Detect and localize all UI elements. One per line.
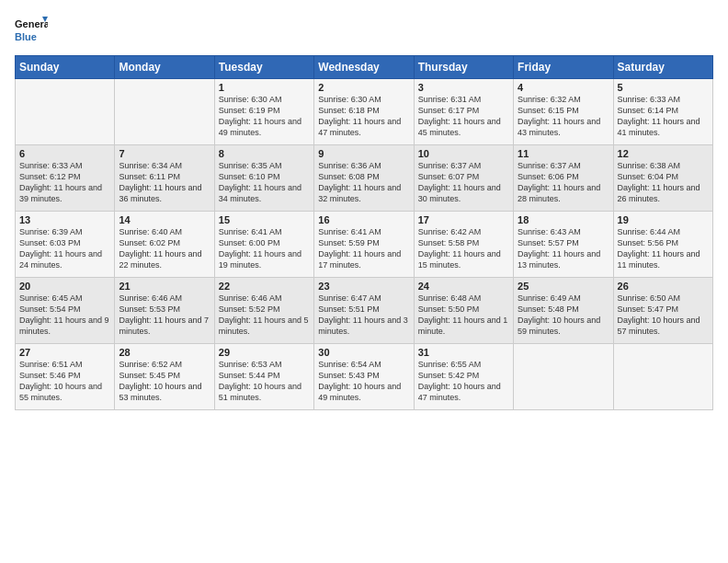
day-info: Sunrise: 6:49 AM Sunset: 5:48 PM Dayligh…	[518, 293, 609, 338]
day-number: 30	[318, 347, 409, 358]
calendar-cell: 20Sunrise: 6:45 AM Sunset: 5:54 PM Dayli…	[16, 278, 115, 344]
calendar-cell: 25Sunrise: 6:49 AM Sunset: 5:48 PM Dayli…	[514, 278, 613, 344]
calendar-cell: 31Sunrise: 6:55 AM Sunset: 5:42 PM Dayli…	[414, 344, 513, 410]
day-number: 25	[518, 281, 609, 292]
calendar-cell: 24Sunrise: 6:48 AM Sunset: 5:50 PM Dayli…	[414, 278, 513, 344]
day-info: Sunrise: 6:55 AM Sunset: 5:42 PM Dayligh…	[418, 359, 509, 404]
calendar-table: SundayMondayTuesdayWednesdayThursdayFrid…	[15, 55, 713, 410]
day-info: Sunrise: 6:37 AM Sunset: 6:06 PM Dayligh…	[518, 160, 609, 205]
day-number: 21	[119, 281, 210, 292]
calendar-cell	[16, 79, 115, 145]
day-info: Sunrise: 6:35 AM Sunset: 6:10 PM Dayligh…	[219, 160, 310, 205]
page-container: General Blue SundayMondayTuesdayWednesda…	[0, 0, 728, 419]
calendar-cell: 14Sunrise: 6:40 AM Sunset: 6:02 PM Dayli…	[115, 212, 214, 278]
calendar-cell: 13Sunrise: 6:39 AM Sunset: 6:03 PM Dayli…	[16, 212, 115, 278]
header-day-saturday: Saturday	[613, 56, 712, 79]
calendar-cell: 23Sunrise: 6:47 AM Sunset: 5:51 PM Dayli…	[314, 278, 414, 344]
day-info: Sunrise: 6:46 AM Sunset: 5:52 PM Dayligh…	[219, 293, 310, 338]
day-number: 27	[19, 347, 110, 358]
header-day-wednesday: Wednesday	[314, 56, 414, 79]
svg-text:Blue: Blue	[15, 31, 37, 42]
day-info: Sunrise: 6:31 AM Sunset: 6:17 PM Dayligh…	[418, 94, 509, 139]
day-info: Sunrise: 6:52 AM Sunset: 5:45 PM Dayligh…	[119, 359, 210, 404]
calendar-cell: 18Sunrise: 6:43 AM Sunset: 5:57 PM Dayli…	[514, 212, 613, 278]
day-info: Sunrise: 6:30 AM Sunset: 6:18 PM Dayligh…	[318, 94, 409, 139]
day-number: 17	[418, 214, 509, 225]
week-row-2: 6Sunrise: 6:33 AM Sunset: 6:12 PM Daylig…	[16, 145, 713, 212]
day-info: Sunrise: 6:39 AM Sunset: 6:03 PM Dayligh…	[19, 226, 110, 271]
day-info: Sunrise: 6:41 AM Sunset: 6:00 PM Dayligh…	[219, 226, 310, 271]
day-info: Sunrise: 6:46 AM Sunset: 5:53 PM Dayligh…	[119, 293, 210, 338]
calendar-cell: 9Sunrise: 6:36 AM Sunset: 6:08 PM Daylig…	[314, 145, 414, 212]
day-info: Sunrise: 6:37 AM Sunset: 6:07 PM Dayligh…	[418, 160, 509, 205]
header-day-friday: Friday	[514, 56, 613, 79]
day-info: Sunrise: 6:33 AM Sunset: 6:12 PM Dayligh…	[19, 160, 110, 205]
day-info: Sunrise: 6:53 AM Sunset: 5:44 PM Dayligh…	[219, 359, 310, 404]
calendar-cell: 5Sunrise: 6:33 AM Sunset: 6:14 PM Daylig…	[613, 79, 712, 145]
day-number: 5	[618, 82, 709, 93]
calendar-cell: 29Sunrise: 6:53 AM Sunset: 5:44 PM Dayli…	[214, 344, 313, 410]
day-number: 3	[418, 82, 509, 93]
calendar-cell: 10Sunrise: 6:37 AM Sunset: 6:07 PM Dayli…	[414, 145, 513, 212]
calendar-cell: 28Sunrise: 6:52 AM Sunset: 5:45 PM Dayli…	[115, 344, 214, 410]
day-number: 29	[219, 347, 310, 358]
day-info: Sunrise: 6:48 AM Sunset: 5:50 PM Dayligh…	[418, 293, 509, 338]
day-number: 18	[518, 214, 609, 225]
day-info: Sunrise: 6:32 AM Sunset: 6:15 PM Dayligh…	[518, 94, 609, 139]
calendar-cell: 7Sunrise: 6:34 AM Sunset: 6:11 PM Daylig…	[115, 145, 214, 212]
day-info: Sunrise: 6:54 AM Sunset: 5:43 PM Dayligh…	[318, 359, 409, 404]
calendar-cell: 12Sunrise: 6:38 AM Sunset: 6:04 PM Dayli…	[613, 145, 712, 212]
day-info: Sunrise: 6:38 AM Sunset: 6:04 PM Dayligh…	[618, 160, 709, 205]
day-info: Sunrise: 6:40 AM Sunset: 6:02 PM Dayligh…	[119, 226, 210, 271]
week-row-1: 1Sunrise: 6:30 AM Sunset: 6:19 PM Daylig…	[16, 79, 713, 145]
calendar-cell: 6Sunrise: 6:33 AM Sunset: 6:12 PM Daylig…	[16, 145, 115, 212]
week-row-4: 20Sunrise: 6:45 AM Sunset: 5:54 PM Dayli…	[16, 278, 713, 344]
day-number: 2	[318, 82, 409, 93]
calendar-cell: 26Sunrise: 6:50 AM Sunset: 5:47 PM Dayli…	[613, 278, 712, 344]
day-number: 1	[219, 82, 310, 93]
day-number: 15	[219, 214, 310, 225]
day-info: Sunrise: 6:33 AM Sunset: 6:14 PM Dayligh…	[618, 94, 709, 139]
day-number: 8	[219, 148, 310, 159]
logo-svg: General Blue	[15, 15, 48, 48]
day-number: 20	[19, 281, 110, 292]
day-info: Sunrise: 6:50 AM Sunset: 5:47 PM Dayligh…	[618, 293, 709, 338]
day-number: 19	[618, 214, 709, 225]
day-number: 14	[119, 214, 210, 225]
day-number: 6	[19, 148, 110, 159]
calendar-cell: 4Sunrise: 6:32 AM Sunset: 6:15 PM Daylig…	[514, 79, 613, 145]
calendar-cell: 2Sunrise: 6:30 AM Sunset: 6:18 PM Daylig…	[314, 79, 414, 145]
day-info: Sunrise: 6:34 AM Sunset: 6:11 PM Dayligh…	[119, 160, 210, 205]
day-number: 24	[418, 281, 509, 292]
day-number: 7	[119, 148, 210, 159]
logo: General Blue	[15, 15, 48, 48]
day-info: Sunrise: 6:41 AM Sunset: 5:59 PM Dayligh…	[318, 226, 409, 271]
day-info: Sunrise: 6:42 AM Sunset: 5:58 PM Dayligh…	[418, 226, 509, 271]
day-number: 31	[418, 347, 509, 358]
calendar-cell	[514, 344, 613, 410]
day-info: Sunrise: 6:43 AM Sunset: 5:57 PM Dayligh…	[518, 226, 609, 271]
calendar-cell: 27Sunrise: 6:51 AM Sunset: 5:46 PM Dayli…	[16, 344, 115, 410]
day-number: 22	[219, 281, 310, 292]
day-info: Sunrise: 6:36 AM Sunset: 6:08 PM Dayligh…	[318, 160, 409, 205]
header-day-tuesday: Tuesday	[214, 56, 313, 79]
day-number: 11	[518, 148, 609, 159]
svg-text:General: General	[15, 18, 48, 29]
day-number: 12	[618, 148, 709, 159]
day-info: Sunrise: 6:45 AM Sunset: 5:54 PM Dayligh…	[19, 293, 110, 338]
day-number: 23	[318, 281, 409, 292]
day-number: 28	[119, 347, 210, 358]
header-day-sunday: Sunday	[16, 56, 115, 79]
day-number: 10	[418, 148, 509, 159]
header-row: SundayMondayTuesdayWednesdayThursdayFrid…	[16, 56, 713, 79]
calendar-cell: 22Sunrise: 6:46 AM Sunset: 5:52 PM Dayli…	[214, 278, 313, 344]
calendar-cell: 1Sunrise: 6:30 AM Sunset: 6:19 PM Daylig…	[214, 79, 313, 145]
calendar-cell: 19Sunrise: 6:44 AM Sunset: 5:56 PM Dayli…	[613, 212, 712, 278]
day-info: Sunrise: 6:51 AM Sunset: 5:46 PM Dayligh…	[19, 359, 110, 404]
calendar-cell: 17Sunrise: 6:42 AM Sunset: 5:58 PM Dayli…	[414, 212, 513, 278]
calendar-cell: 11Sunrise: 6:37 AM Sunset: 6:06 PM Dayli…	[514, 145, 613, 212]
calendar-cell: 3Sunrise: 6:31 AM Sunset: 6:17 PM Daylig…	[414, 79, 513, 145]
header-day-thursday: Thursday	[414, 56, 513, 79]
calendar-cell	[613, 344, 712, 410]
week-row-5: 27Sunrise: 6:51 AM Sunset: 5:46 PM Dayli…	[16, 344, 713, 410]
